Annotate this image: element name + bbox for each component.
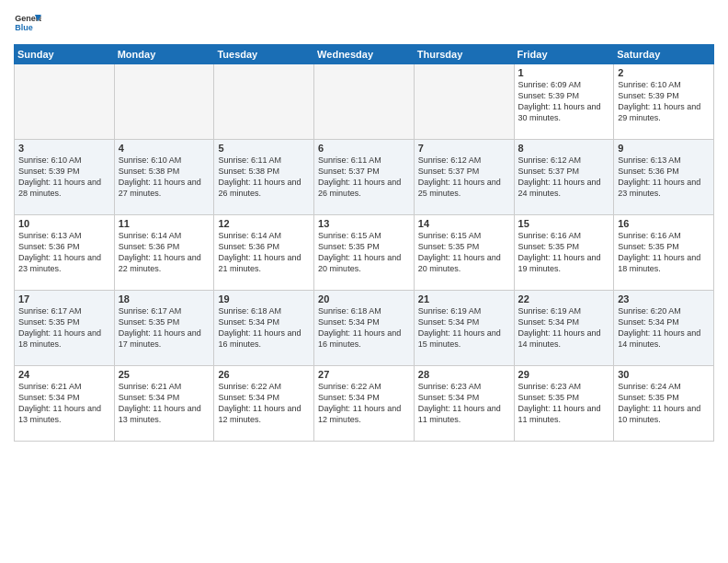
day-info: Sunrise: 6:12 AMSunset: 5:37 PMDaylight:… <box>518 155 610 200</box>
day-info: Sunrise: 6:19 AMSunset: 5:34 PMDaylight:… <box>418 305 510 350</box>
calendar-cell: 27Sunrise: 6:22 AMSunset: 5:34 PMDayligh… <box>314 366 415 442</box>
day-info: Sunrise: 6:21 AMSunset: 5:34 PMDaylight:… <box>119 381 210 426</box>
day-number: 2 <box>618 67 710 78</box>
calendar-cell: 14Sunrise: 6:15 AMSunset: 5:35 PMDayligh… <box>414 215 514 291</box>
day-info: Sunrise: 6:18 AMSunset: 5:34 PMDaylight:… <box>218 305 310 350</box>
day-number: 27 <box>318 369 410 380</box>
day-info: Sunrise: 6:14 AMSunset: 5:36 PMDaylight:… <box>218 230 310 275</box>
day-number: 14 <box>418 218 510 229</box>
calendar-cell: 9Sunrise: 6:13 AMSunset: 5:36 PMDaylight… <box>614 140 714 215</box>
day-number: 17 <box>18 293 110 304</box>
week-row-1: 1Sunrise: 6:09 AMSunset: 5:39 PMDaylight… <box>15 64 714 140</box>
calendar-cell <box>15 64 115 140</box>
day-info: Sunrise: 6:22 AMSunset: 5:34 PMDaylight:… <box>318 381 410 426</box>
calendar-cell: 21Sunrise: 6:19 AMSunset: 5:34 PMDayligh… <box>414 291 514 366</box>
day-info: Sunrise: 6:10 AMSunset: 5:38 PMDaylight:… <box>119 155 210 200</box>
day-info: Sunrise: 6:14 AMSunset: 5:36 PMDaylight:… <box>119 230 210 275</box>
day-number: 30 <box>618 369 710 380</box>
week-row-4: 17Sunrise: 6:17 AMSunset: 5:35 PMDayligh… <box>15 291 714 366</box>
calendar-cell: 19Sunrise: 6:18 AMSunset: 5:34 PMDayligh… <box>214 291 314 366</box>
day-number: 4 <box>119 143 210 154</box>
calendar-cell: 25Sunrise: 6:21 AMSunset: 5:34 PMDayligh… <box>114 366 214 442</box>
day-info: Sunrise: 6:20 AMSunset: 5:34 PMDaylight:… <box>618 305 710 350</box>
day-number: 19 <box>218 293 310 304</box>
day-number: 7 <box>418 143 510 154</box>
calendar-cell: 11Sunrise: 6:14 AMSunset: 5:36 PMDayligh… <box>114 215 214 291</box>
header-wednesday: Wednesday <box>314 45 415 64</box>
day-number: 23 <box>618 293 710 304</box>
day-number: 21 <box>418 293 510 304</box>
calendar-cell: 17Sunrise: 6:17 AMSunset: 5:35 PMDayligh… <box>15 291 115 366</box>
calendar-cell: 8Sunrise: 6:12 AMSunset: 5:37 PMDaylight… <box>514 140 614 215</box>
day-number: 28 <box>418 369 510 380</box>
calendar-cell: 18Sunrise: 6:17 AMSunset: 5:35 PMDayligh… <box>114 291 214 366</box>
day-info: Sunrise: 6:10 AMSunset: 5:39 PMDaylight:… <box>618 79 710 124</box>
day-number: 15 <box>518 218 610 229</box>
day-number: 24 <box>18 369 110 380</box>
header-tuesday: Tuesday <box>214 45 314 64</box>
header-saturday: Saturday <box>614 45 714 64</box>
header-sunday: Sunday <box>15 45 115 64</box>
week-row-5: 24Sunrise: 6:21 AMSunset: 5:34 PMDayligh… <box>15 366 714 442</box>
day-info: Sunrise: 6:17 AMSunset: 5:35 PMDaylight:… <box>119 305 210 350</box>
day-number: 25 <box>119 369 210 380</box>
calendar-cell: 1Sunrise: 6:09 AMSunset: 5:39 PMDaylight… <box>514 64 614 140</box>
calendar-cell: 4Sunrise: 6:10 AMSunset: 5:38 PMDaylight… <box>114 140 214 215</box>
day-number: 18 <box>119 293 210 304</box>
day-number: 20 <box>318 293 410 304</box>
calendar-cell: 3Sunrise: 6:10 AMSunset: 5:39 PMDaylight… <box>15 140 115 215</box>
day-number: 26 <box>218 369 310 380</box>
page-container: General Blue SundayMondayTuesdayWednesda… <box>0 0 728 446</box>
day-info: Sunrise: 6:13 AMSunset: 5:36 PMDaylight:… <box>18 230 110 275</box>
day-number: 9 <box>618 143 710 154</box>
day-info: Sunrise: 6:12 AMSunset: 5:37 PMDaylight:… <box>418 155 510 200</box>
day-info: Sunrise: 6:10 AMSunset: 5:39 PMDaylight:… <box>18 155 110 200</box>
day-info: Sunrise: 6:09 AMSunset: 5:39 PMDaylight:… <box>518 79 610 124</box>
header-friday: Friday <box>514 45 614 64</box>
calendar-cell <box>214 64 314 140</box>
day-info: Sunrise: 6:19 AMSunset: 5:34 PMDaylight:… <box>518 305 610 350</box>
calendar-cell: 23Sunrise: 6:20 AMSunset: 5:34 PMDayligh… <box>614 291 714 366</box>
day-number: 11 <box>119 218 210 229</box>
day-number: 12 <box>218 218 310 229</box>
header-monday: Monday <box>114 45 214 64</box>
svg-text:Blue: Blue <box>15 23 33 32</box>
calendar-cell: 2Sunrise: 6:10 AMSunset: 5:39 PMDaylight… <box>614 64 714 140</box>
logo: General Blue <box>14 9 41 37</box>
calendar-cell: 5Sunrise: 6:11 AMSunset: 5:38 PMDaylight… <box>214 140 314 215</box>
week-row-2: 3Sunrise: 6:10 AMSunset: 5:39 PMDaylight… <box>15 140 714 215</box>
calendar-cell: 10Sunrise: 6:13 AMSunset: 5:36 PMDayligh… <box>15 215 115 291</box>
day-number: 10 <box>18 218 110 229</box>
day-number: 3 <box>18 143 110 154</box>
calendar-cell: 6Sunrise: 6:11 AMSunset: 5:37 PMDaylight… <box>314 140 415 215</box>
calendar-cell <box>414 64 514 140</box>
calendar-cell: 12Sunrise: 6:14 AMSunset: 5:36 PMDayligh… <box>214 215 314 291</box>
day-number: 13 <box>318 218 410 229</box>
calendar-cell: 20Sunrise: 6:18 AMSunset: 5:34 PMDayligh… <box>314 291 415 366</box>
calendar-cell <box>314 64 415 140</box>
page-header: General Blue <box>14 9 714 37</box>
calendar-cell <box>114 64 214 140</box>
day-info: Sunrise: 6:15 AMSunset: 5:35 PMDaylight:… <box>318 230 410 275</box>
day-info: Sunrise: 6:16 AMSunset: 5:35 PMDaylight:… <box>518 230 610 275</box>
calendar-cell: 7Sunrise: 6:12 AMSunset: 5:37 PMDaylight… <box>414 140 514 215</box>
day-info: Sunrise: 6:24 AMSunset: 5:35 PMDaylight:… <box>618 381 710 426</box>
calendar-cell: 15Sunrise: 6:16 AMSunset: 5:35 PMDayligh… <box>514 215 614 291</box>
day-number: 22 <box>518 293 610 304</box>
day-number: 6 <box>318 143 410 154</box>
day-info: Sunrise: 6:23 AMSunset: 5:34 PMDaylight:… <box>418 381 510 426</box>
day-info: Sunrise: 6:18 AMSunset: 5:34 PMDaylight:… <box>318 305 410 350</box>
calendar-cell: 22Sunrise: 6:19 AMSunset: 5:34 PMDayligh… <box>514 291 614 366</box>
day-info: Sunrise: 6:15 AMSunset: 5:35 PMDaylight:… <box>418 230 510 275</box>
day-number: 16 <box>618 218 710 229</box>
day-number: 8 <box>518 143 610 154</box>
calendar-cell: 29Sunrise: 6:23 AMSunset: 5:35 PMDayligh… <box>514 366 614 442</box>
logo-icon: General Blue <box>14 9 41 37</box>
calendar-header-row: SundayMondayTuesdayWednesdayThursdayFrid… <box>15 45 714 64</box>
day-info: Sunrise: 6:22 AMSunset: 5:34 PMDaylight:… <box>218 381 310 426</box>
day-info: Sunrise: 6:16 AMSunset: 5:35 PMDaylight:… <box>618 230 710 275</box>
week-row-3: 10Sunrise: 6:13 AMSunset: 5:36 PMDayligh… <box>15 215 714 291</box>
day-info: Sunrise: 6:21 AMSunset: 5:34 PMDaylight:… <box>18 381 110 426</box>
calendar-cell: 30Sunrise: 6:24 AMSunset: 5:35 PMDayligh… <box>614 366 714 442</box>
calendar-cell: 26Sunrise: 6:22 AMSunset: 5:34 PMDayligh… <box>214 366 314 442</box>
